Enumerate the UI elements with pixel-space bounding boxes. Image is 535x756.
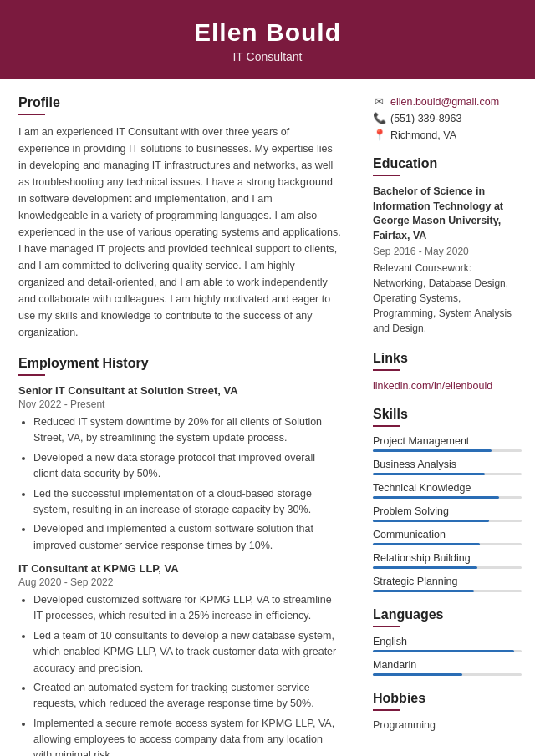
job-bullet: Developed and implemented a custom softw… (33, 521, 342, 554)
contact-location-item: 📍 Richmond, VA (373, 129, 522, 141)
language-bar-bg (373, 650, 522, 652)
skill-bar-bg (373, 543, 522, 545)
left-column: Profile I am an experienced IT Consultan… (0, 79, 359, 756)
contact-phone-item: 📞 (551) 339-8963 (373, 112, 522, 124)
phone-icon: 📞 (373, 112, 385, 124)
links-section: Links linkedin.com/in/ellenbould (373, 351, 522, 392)
languages-divider (373, 626, 400, 627)
job-bullet: Implemented a secure remote access syste… (33, 716, 342, 756)
education-section: Education Bachelor of Science in Informa… (373, 156, 522, 336)
skills-section: Skills Project ManagementBusiness Analys… (373, 407, 522, 592)
skill-bar-bg (373, 590, 522, 592)
skill-name: Relationship Building (373, 552, 522, 564)
employment-section: Employment History Senior IT Consultant … (18, 356, 342, 756)
job-title: IT Consultant at KPMG LLP, VA (18, 562, 342, 575)
email-link[interactable]: ellen.bould@gmail.com (390, 96, 499, 108)
skill-item: Technical Knowledge (373, 482, 522, 499)
skill-bar-fill (373, 496, 499, 499)
profile-title: Profile (18, 95, 342, 110)
job-dates: Nov 2022 - Present (18, 398, 342, 410)
skill-bar-bg (373, 566, 522, 569)
job-bullets: Reduced IT system downtime by 20% for al… (18, 414, 342, 554)
skill-item: Strategic Planning (373, 576, 522, 592)
job-bullets: Developed customized software for KPMG L… (18, 592, 342, 756)
job-bullet: Led a team of 10 consultants to develop … (33, 628, 342, 677)
hobbies-title: Hobbies (373, 691, 522, 706)
skill-bar-fill (373, 566, 477, 569)
profile-text: I am an experienced IT Consultant with o… (18, 124, 342, 341)
contact-section: ✉ ellen.bould@gmail.com 📞 (551) 339-8963… (373, 95, 522, 141)
skill-item: Business Analysis (373, 459, 522, 475)
job-dates: Aug 2020 - Sep 2022 (18, 576, 342, 588)
job-item: Senior IT Consultant at Solution Street,… (18, 384, 342, 554)
job-bullet: Developed a new data storage protocol th… (33, 450, 342, 483)
skill-bar-bg (373, 473, 522, 475)
language-item: Mandarin (373, 659, 522, 676)
skill-name: Communication (373, 529, 522, 540)
skill-item: Problem Solving (373, 505, 522, 522)
edu-degree: Bachelor of Science in Information Techn… (373, 185, 522, 243)
job-title: Senior IT Consultant at Solution Street,… (18, 384, 342, 397)
email-icon: ✉ (373, 95, 385, 108)
job-item: IT Consultant at KPMG LLP, VAAug 2020 - … (18, 562, 342, 756)
resume-header: Ellen Bould IT Consultant (0, 0, 535, 79)
candidate-title: IT Consultant (17, 50, 518, 63)
hobbies-container: Programming (373, 719, 522, 731)
language-name: Mandarin (373, 659, 522, 671)
skill-bar-fill (373, 590, 474, 592)
skill-bar-fill (373, 449, 492, 452)
candidate-name: Ellen Bould (17, 18, 518, 47)
job-bullet: Led the successful implementation of a c… (33, 486, 342, 519)
links-divider (373, 369, 400, 371)
language-name: English (373, 636, 522, 647)
skill-bar-fill (373, 473, 485, 475)
hobbies-section: Hobbies Programming (373, 691, 522, 731)
skills-title: Skills (373, 407, 522, 422)
skill-name: Problem Solving (373, 505, 522, 517)
skill-bar-bg (373, 520, 522, 522)
hobbies-divider (373, 709, 400, 711)
education-divider (373, 175, 400, 176)
profile-divider (18, 114, 45, 115)
hobby-item: Programming (373, 719, 522, 731)
language-bar-fill (373, 650, 514, 652)
skills-container: Project ManagementBusiness AnalysisTechn… (373, 435, 522, 592)
contact-location: Richmond, VA (390, 129, 456, 141)
jobs-container: Senior IT Consultant at Solution Street,… (18, 384, 342, 756)
location-icon: 📍 (373, 129, 385, 141)
languages-container: EnglishMandarin (373, 636, 522, 676)
contact-phone: (551) 339-8963 (390, 113, 461, 124)
skill-name: Strategic Planning (373, 576, 522, 587)
right-column: ✉ ellen.bould@gmail.com 📞 (551) 339-8963… (359, 79, 535, 756)
job-bullet: Created an automated system for tracking… (33, 680, 342, 713)
profile-link[interactable]: linkedin.com/in/ellenbould (373, 380, 492, 392)
employment-divider (18, 374, 45, 376)
language-item: English (373, 636, 522, 652)
skill-item: Communication (373, 529, 522, 545)
job-bullet: Developed customized software for KPMG L… (33, 592, 342, 625)
skill-bar-bg (373, 496, 522, 499)
languages-title: Languages (373, 607, 522, 622)
body-wrap: Profile I am an experienced IT Consultan… (0, 79, 535, 756)
contact-email-item: ✉ ellen.bould@gmail.com (373, 95, 522, 108)
skill-bar-fill (373, 543, 480, 545)
employment-title: Employment History (18, 356, 342, 371)
links-container: linkedin.com/in/ellenbould (373, 379, 522, 392)
skills-divider (373, 425, 400, 427)
skill-item: Relationship Building (373, 552, 522, 569)
languages-section: Languages EnglishMandarin (373, 607, 522, 676)
education-title: Education (373, 156, 522, 171)
links-title: Links (373, 351, 522, 366)
skill-name: Technical Knowledge (373, 482, 522, 494)
language-bar-fill (373, 673, 462, 676)
edu-dates: Sep 2016 - May 2020 (373, 246, 522, 257)
language-bar-bg (373, 673, 522, 676)
skill-item: Project Management (373, 435, 522, 452)
skill-name: Project Management (373, 435, 522, 447)
skill-name: Business Analysis (373, 459, 522, 470)
edu-courses: Relevant Coursework: Networking, Databas… (373, 261, 522, 336)
skill-bar-fill (373, 520, 489, 522)
job-bullet: Reduced IT system downtime by 20% for al… (33, 414, 342, 447)
profile-section: Profile I am an experienced IT Consultan… (18, 95, 342, 341)
skill-bar-bg (373, 449, 522, 452)
